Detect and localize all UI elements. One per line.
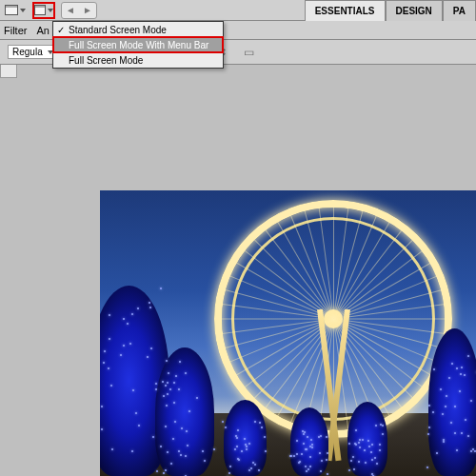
font-style-select[interactable]: Regula [8,45,57,59]
view-extras-icon[interactable] [4,2,27,19]
dropdown-item-full-with-menu[interactable]: Full Screen Mode With Menu Bar [53,37,223,52]
workspace-tab-design[interactable]: DESIGN [386,0,443,21]
arrow-left-icon: ◄ [66,5,75,15]
panel-toggle-icon[interactable]: ▭ [242,45,257,60]
workspace-tab-painting[interactable]: PA [443,0,476,21]
document-tab[interactable] [0,65,17,78]
check-icon: ✓ [57,25,69,35]
canvas-area [0,65,476,476]
screen-mode-button[interactable] [32,2,55,19]
document-image[interactable] [100,190,476,476]
application-bar: ◄ ► ESSENTIALS DESIGN PA [0,0,476,21]
dropdown-item-label: Standard Screen Mode [69,25,167,35]
menu-analysis[interactable]: An [36,25,49,36]
dropdown-item-label: Full Screen Mode [69,55,143,66]
dropdown-item-label: Full Screen Mode With Menu Bar [69,40,208,50]
workspace-switcher: ESSENTIALS DESIGN PA [305,0,476,21]
arrow-right-icon: ► [83,5,92,15]
workspace-tab-essentials[interactable]: ESSENTIALS [305,0,386,21]
menu-filter[interactable]: Filter [4,25,27,36]
dropdown-item-standard[interactable]: ✓ Standard Screen Mode [53,22,223,37]
arrange-documents-icon[interactable]: ◄ ► [61,2,97,19]
dropdown-item-full[interactable]: Full Screen Mode [53,52,223,68]
screen-mode-dropdown: ✓ Standard Screen Mode Full Screen Mode … [52,21,224,69]
